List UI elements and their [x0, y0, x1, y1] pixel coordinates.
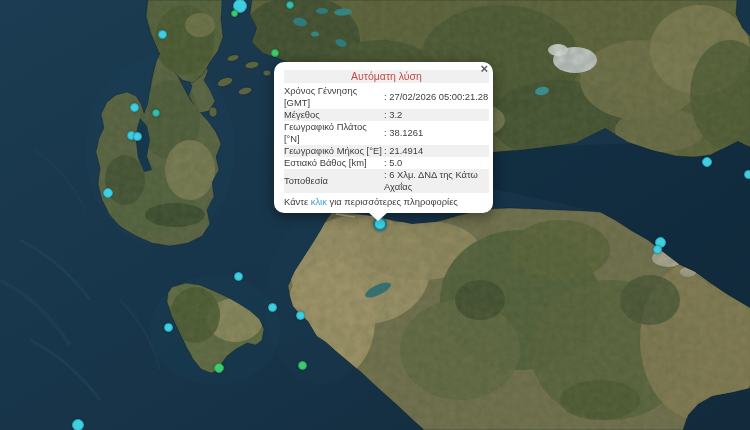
- earthquake-marker[interactable]: [286, 1, 294, 9]
- earthquake-marker[interactable]: [234, 272, 243, 281]
- footer-text-suffix: για περισσότερες πληροφορίες: [327, 196, 458, 207]
- popup-tail: [368, 212, 388, 221]
- popup-row: Μέγεθος: 3.2: [284, 109, 489, 121]
- popup-row: Τοποθεσία: 6 Χλμ. ΔΝΔ της Κάτω Αχαΐας: [284, 169, 489, 193]
- earthquake-marker[interactable]: [744, 170, 750, 179]
- popup-row-value: : 5.0: [382, 157, 489, 169]
- popup-row: Γεωγραφικό Πλάτος [°N]: 38.1261: [284, 121, 489, 145]
- earthquake-marker[interactable]: [214, 363, 224, 373]
- popup-title: Αυτόματη λύση: [284, 70, 489, 83]
- earthquake-marker[interactable]: [271, 49, 279, 57]
- earthquake-marker[interactable]: [268, 303, 277, 312]
- earthquake-marker[interactable]: [133, 132, 142, 141]
- popup-row-value: : 21.4914: [382, 145, 489, 157]
- popup-row: Γεωγραφικό Μήκος [°E]: 21.4914: [284, 145, 489, 157]
- popup-row-label: Τοποθεσία: [284, 175, 382, 187]
- popup-rows: Χρόνος Γέννησης [GMT]: 27/02/2026 05:00:…: [284, 85, 489, 193]
- earthquake-marker[interactable]: [231, 10, 238, 17]
- popup-row: Χρόνος Γέννησης [GMT]: 27/02/2026 05:00:…: [284, 85, 489, 109]
- earthquake-popup: × Αυτόματη λύση Χρόνος Γέννησης [GMT]: 2…: [274, 62, 493, 213]
- popup-row-label: Εστιακό Βάθος [km]: [284, 157, 382, 169]
- earthquake-marker[interactable]: [702, 157, 712, 167]
- popup-row-value: : 38.1261: [382, 127, 489, 139]
- popup-row-label: Μέγεθος: [284, 109, 382, 121]
- earthquake-marker[interactable]: [158, 30, 167, 39]
- earthquake-marker[interactable]: [103, 188, 113, 198]
- popup-row: Εστιακό Βάθος [km]: 5.0: [284, 157, 489, 169]
- popup-row-label: Γεωγραφικό Μήκος [°E]: [284, 145, 382, 157]
- earthquake-marker[interactable]: [72, 419, 84, 430]
- popup-footer: Κάντε κλικ για περισσότερες πληροφορίες: [284, 196, 489, 208]
- popup-row-value: : 3.2: [382, 109, 489, 121]
- popup-row-label: Γεωγραφικό Πλάτος [°N]: [284, 121, 382, 145]
- earthquake-marker[interactable]: [130, 103, 139, 112]
- earthquake-marker[interactable]: [653, 245, 662, 254]
- earthquake-map-app: × Αυτόματη λύση Χρόνος Γέννησης [GMT]: 2…: [0, 0, 750, 430]
- popup-row-value: : 6 Χλμ. ΔΝΔ της Κάτω Αχαΐας: [382, 169, 489, 193]
- popup-row-label: Χρόνος Γέννησης [GMT]: [284, 85, 382, 109]
- earthquake-marker[interactable]: [164, 323, 173, 332]
- popup-row-value: : 27/02/2026 05:00:21.28: [382, 91, 489, 103]
- close-icon[interactable]: ×: [480, 62, 488, 76]
- footer-text-prefix: Κάντε: [284, 196, 311, 207]
- earthquake-marker[interactable]: [296, 311, 305, 320]
- earthquake-marker[interactable]: [298, 361, 307, 370]
- earthquake-marker[interactable]: [152, 109, 160, 117]
- more-info-link[interactable]: κλικ: [311, 196, 327, 207]
